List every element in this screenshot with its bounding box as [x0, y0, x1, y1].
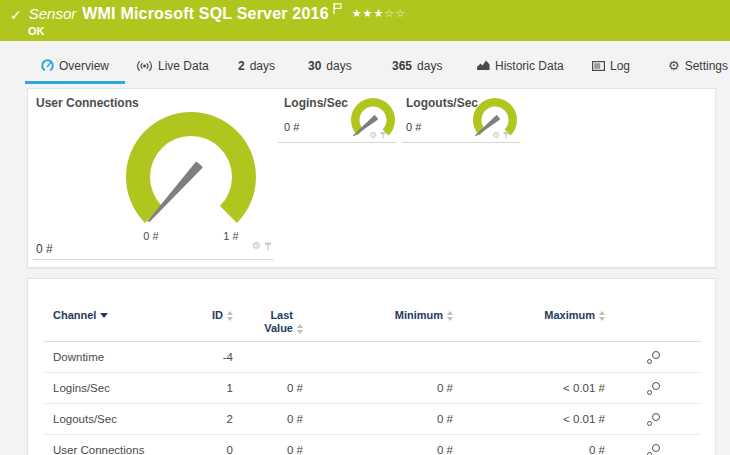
sort-caret-down-icon — [100, 313, 108, 318]
sensor-header: ✓ Sensor WMI Microsoft SQL Server 2016 ★… — [0, 0, 730, 41]
tab-overview-label: Overview — [59, 59, 109, 73]
log-window-icon — [592, 61, 605, 71]
sensor-kind-label: Sensor — [29, 5, 77, 22]
table-row-logins[interactable]: Logins/Sec 1 0 # 0 # < 0.01 # — [44, 373, 701, 404]
primary-gauge-value: 0 # — [36, 242, 53, 256]
tab-log[interactable]: Log — [592, 50, 630, 81]
table-row-downtime[interactable]: Downtime -4 — [44, 342, 701, 373]
cell-last-value: 0 # — [233, 413, 303, 425]
tab-bar: Overview Live Data 2 days 30 days 365 da… — [0, 50, 730, 84]
cell-channel: Logouts/Sec — [53, 413, 193, 425]
tab-2-days[interactable]: 2 days — [238, 50, 275, 81]
channel-settings-icon[interactable] — [647, 444, 660, 455]
table-row-logouts[interactable]: Logouts/Sec 2 0 # 0 # < 0.01 # — [44, 404, 701, 435]
logouts-gauge-value: 0 # — [406, 121, 421, 133]
tab-live-data[interactable]: Live Data — [136, 50, 209, 81]
table-row-user-connections[interactable]: User Connections 0 0 # 0 # 0 # — [44, 435, 701, 455]
sensor-title: WMI Microsoft SQL Server 2016 — [82, 5, 328, 23]
logins-gauge-actions: ⚙ — [369, 131, 386, 140]
gauge-block-divider — [402, 142, 520, 143]
logins-gauge-value: 0 # — [284, 121, 299, 133]
gear-icon: ⚙ — [668, 59, 680, 72]
gauge-block-divider — [33, 259, 273, 260]
column-header-id-label: ID — [212, 309, 223, 322]
cell-minimum: 0 # — [303, 413, 453, 425]
cell-maximum: < 0.01 # — [453, 413, 605, 425]
column-header-channel-label: Channel — [53, 309, 96, 322]
tab-2-days-unit: days — [250, 59, 275, 73]
cell-last-value: 0 # — [233, 444, 303, 455]
tab-30-days-unit: days — [326, 59, 351, 73]
priority-stars[interactable]: ★★★☆☆ — [352, 7, 406, 20]
channel-settings-icon[interactable] — [647, 413, 660, 426]
gauge-gear-icon[interactable]: ⚙ — [252, 241, 261, 251]
priority-stars-filled: ★★★ — [352, 7, 385, 19]
sensor-header-row: ✓ Sensor WMI Microsoft SQL Server 2016 ★… — [10, 5, 406, 23]
pin-icon[interactable] — [503, 131, 510, 139]
sensor-status-badge: OK — [28, 25, 45, 37]
cell-maximum: 0 # — [453, 444, 605, 455]
tab-historic-data-label: Historic Data — [495, 59, 564, 73]
logins-gauge-title: Logins/Sec — [284, 96, 348, 110]
logouts-gauge-title: Logouts/Sec — [406, 96, 478, 110]
gauge-gear-icon[interactable]: ⚙ — [369, 131, 377, 140]
tab-30-days-number: 30 — [308, 59, 321, 73]
gauge-icon — [41, 59, 54, 72]
tab-2-days-number: 2 — [238, 59, 245, 73]
channels-table: Channel ID Last Value Minimum Maximum — [44, 279, 701, 455]
tab-live-data-label: Live Data — [158, 59, 209, 73]
tab-30-days[interactable]: 30 days — [308, 50, 352, 81]
cell-minimum: 0 # — [303, 382, 453, 394]
gauge-gear-icon[interactable]: ⚙ — [492, 131, 500, 140]
cell-channel: User Connections — [53, 444, 193, 455]
cell-minimum: 0 # — [303, 444, 453, 455]
gauge-scale-min: 0 # — [131, 230, 171, 242]
logouts-gauge-actions: ⚙ — [492, 131, 509, 140]
cell-channel: Downtime — [53, 351, 193, 363]
column-header-id[interactable]: ID — [193, 309, 233, 341]
tab-365-days-number: 365 — [392, 59, 412, 73]
cell-id: 1 — [193, 382, 233, 394]
tab-log-label: Log — [610, 59, 630, 73]
pin-icon[interactable] — [264, 242, 272, 251]
status-check-icon: ✓ — [10, 7, 22, 23]
cell-id: 2 — [193, 413, 233, 425]
flag-icon[interactable] — [333, 3, 342, 14]
user-connections-gauge — [121, 107, 261, 229]
cell-id: -4 — [193, 351, 233, 363]
primary-gauge-actions: ⚙ — [252, 241, 272, 251]
column-header-channel[interactable]: Channel — [53, 309, 193, 341]
table-header-row: Channel ID Last Value Minimum Maximum — [44, 279, 701, 342]
tab-settings[interactable]: ⚙ Settings — [668, 50, 728, 81]
channel-settings-icon[interactable] — [647, 382, 660, 395]
channels-panel: Channel ID Last Value Minimum Maximum — [27, 278, 716, 455]
channel-settings-icon[interactable] — [647, 351, 660, 364]
cell-id: 0 — [193, 444, 233, 455]
column-header-minimum-label: Minimum — [395, 309, 443, 322]
column-header-maximum-label: Maximum — [544, 309, 595, 322]
gauge-scale-max: 1 # — [211, 230, 251, 242]
pin-icon[interactable] — [380, 131, 387, 139]
broadcast-icon — [136, 60, 153, 72]
tab-365-days[interactable]: 365 days — [392, 50, 442, 81]
column-header-last-value-label: Last Value — [264, 309, 293, 335]
tab-historic-data[interactable]: Historic Data — [477, 50, 564, 81]
cell-maximum: < 0.01 # — [453, 382, 605, 394]
column-header-minimum[interactable]: Minimum — [303, 309, 453, 341]
cell-last-value: 0 # — [233, 382, 303, 394]
gauge-block-divider — [278, 142, 396, 143]
tab-365-days-unit: days — [417, 59, 442, 73]
bar-chart-icon — [477, 60, 490, 71]
column-header-last-value[interactable]: Last Value — [233, 309, 303, 341]
priority-stars-empty: ☆☆ — [384, 7, 406, 19]
cell-channel: Logins/Sec — [53, 382, 193, 394]
tab-overview[interactable]: Overview — [25, 50, 125, 84]
tab-settings-label: Settings — [685, 59, 728, 73]
column-header-maximum[interactable]: Maximum — [453, 309, 605, 341]
gauges-panel: User Connections 0 # 1 # 0 # ⚙ Logins/Se… — [27, 88, 716, 268]
